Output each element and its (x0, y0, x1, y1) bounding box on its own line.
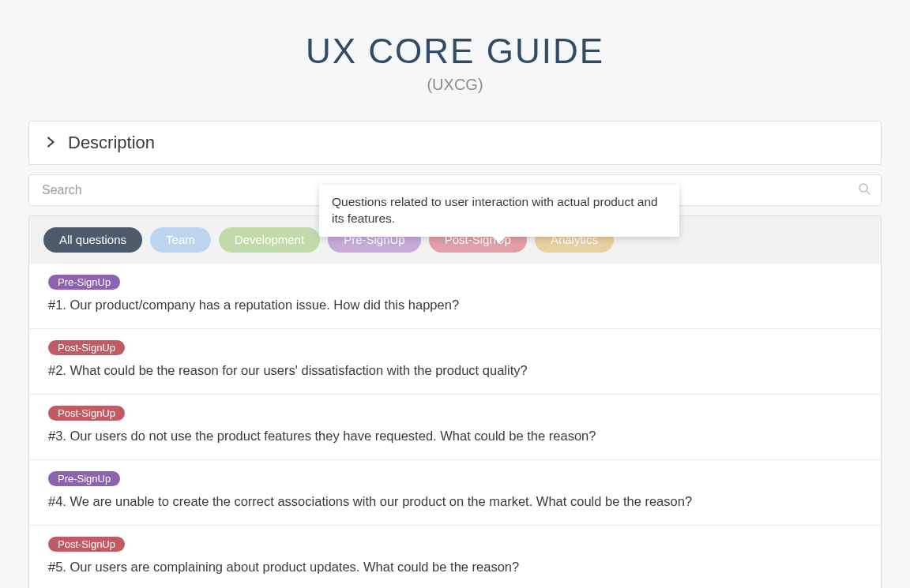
question-item[interactable]: Pre-SignUp#4. We are unable to create th… (29, 459, 881, 525)
chevron-right-icon (47, 136, 55, 150)
question-badge: Pre-SignUp (48, 275, 120, 290)
question-text: #5. Our users are complaining about prod… (48, 560, 862, 575)
filter-team[interactable]: Team (150, 227, 211, 253)
questions-panel: All questions Team Development Pre-SignU… (28, 215, 882, 588)
filter-all-questions[interactable]: All questions (43, 227, 142, 253)
description-accordion[interactable]: Description (28, 121, 882, 165)
page-title: UX CORE GUIDE (28, 32, 882, 71)
question-item[interactable]: Post-SignUp#5. Our users are complaining… (29, 525, 881, 588)
question-item[interactable]: Post-SignUp#3. Our users do not use the … (29, 394, 881, 459)
question-badge: Post-SignUp (48, 340, 125, 355)
question-badge: Post-SignUp (48, 406, 125, 421)
question-item[interactable]: Post-SignUp#2. What could be the reason … (29, 328, 881, 394)
description-label: Description (68, 133, 155, 153)
question-badge: Pre-SignUp (48, 471, 120, 486)
question-list: Pre-SignUp#1. Our product/company has a … (29, 264, 881, 588)
question-text: #2. What could be the reason for our use… (48, 363, 862, 378)
filter-development[interactable]: Development (219, 227, 320, 253)
page-subtitle: (UXCG) (28, 76, 882, 94)
question-text: #4. We are unable to create the correct … (48, 494, 862, 509)
question-text: #1. Our product/company has a reputation… (48, 298, 862, 313)
filter-tooltip: Questions related to user interaction wi… (319, 185, 679, 237)
question-item[interactable]: Pre-SignUp#1. Our product/company has a … (29, 264, 881, 328)
question-badge: Post-SignUp (48, 537, 125, 552)
question-text: #3. Our users do not use the product fea… (48, 429, 862, 444)
